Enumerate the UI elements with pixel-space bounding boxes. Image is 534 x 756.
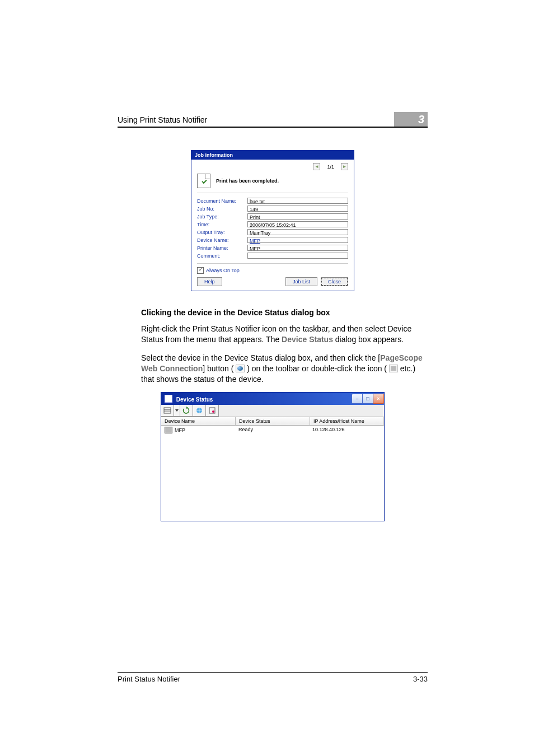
field-job-type: Print [247, 213, 348, 220]
web-connection-icon [236, 365, 245, 372]
label-job-type: Job Type: [197, 214, 247, 220]
toolbar-dropdown-button[interactable] [174, 405, 180, 417]
footer-doc-title: Print Status Notifier [118, 675, 180, 683]
cell-device-status: Ready [235, 426, 309, 435]
toolbar-web-connection-button[interactable] [193, 405, 206, 417]
label-output-tray: Output Tray: [197, 230, 247, 235]
field-time: 2006/07/05 15:02:41 [247, 221, 348, 227]
running-header-title: Using Print Status Notifier [118, 115, 207, 127]
prev-arrow-button[interactable]: ◄ [313, 163, 320, 170]
field-comment [247, 253, 348, 259]
svg-point-7 [212, 410, 214, 413]
field-device-name[interactable]: MFP [247, 237, 348, 243]
always-on-top-checkbox[interactable]: ✓ [197, 267, 204, 274]
app-icon [165, 395, 172, 403]
job-list-button[interactable]: Job List [285, 277, 317, 286]
printer-status-icon [389, 365, 398, 372]
svg-rect-0 [164, 408, 171, 413]
para-2-post1: ] button ( [203, 364, 236, 373]
para-1: Right-click the Print Status Notifier ic… [141, 324, 428, 345]
field-output-tray: MainTray [247, 229, 348, 235]
col-ip-address[interactable]: IP Address/Host Name [310, 417, 384, 425]
para-2: Select the device in the Device Status d… [141, 353, 428, 385]
next-arrow-button[interactable]: ► [341, 163, 348, 170]
label-comment: Comment: [197, 253, 247, 259]
col-device-name[interactable]: Device Name [161, 417, 236, 425]
job-info-titlebar: Job Information [191, 151, 354, 160]
device-status-link-text: Device Status [282, 335, 333, 344]
svg-marker-3 [175, 409, 179, 412]
maximize-button[interactable]: □ [363, 394, 373, 404]
field-job-no: 149 [247, 206, 348, 212]
device-status-titlebar: Device Status – □ × [161, 393, 384, 405]
field-printer-name: MFP [247, 245, 348, 251]
job-information-dialog: Job Information ◄ 1/1 ► Print has been c… [191, 150, 354, 291]
completed-page-icon [197, 174, 210, 188]
device-status-title-text: Device Status [176, 396, 213, 403]
window-close-button[interactable]: × [373, 394, 384, 404]
status-message: Print has been completed. [216, 178, 279, 184]
close-button[interactable]: Close [321, 277, 348, 286]
toolbar-list-button[interactable] [161, 405, 174, 417]
printer-row-icon [165, 427, 172, 433]
device-row[interactable]: MFP Ready 10.128.40.126 [161, 426, 384, 435]
chapter-number: 3 [394, 112, 428, 127]
page-indicator: 1/1 [327, 164, 334, 170]
help-button[interactable]: Help [197, 277, 222, 286]
field-document-name: bue.txt [247, 198, 348, 204]
label-device-name: Device Name: [197, 237, 247, 243]
header-rule [118, 127, 428, 128]
footer-page-number: 3-33 [413, 675, 428, 683]
para-2-pre: Select the device in the Device Status d… [141, 353, 380, 362]
label-printer-name: Printer Name: [197, 245, 247, 251]
col-device-status[interactable]: Device Status [236, 417, 310, 425]
toolbar-settings-button[interactable] [206, 405, 219, 417]
device-status-dialog: Device Status – □ × [161, 392, 385, 521]
label-time: Time: [197, 222, 247, 227]
cell-device-name: MFP [175, 427, 185, 433]
para-2-post2: ) on the toolbar or double-click the ico… [245, 364, 389, 373]
footer-rule [118, 672, 428, 673]
always-on-top-label: Always On Top [206, 268, 240, 273]
para-1-post: dialog box appears. [333, 335, 404, 344]
device-status-toolbar [161, 405, 384, 417]
label-document-name: Document Name: [197, 198, 247, 204]
label-job-no: Job No: [197, 206, 247, 212]
minimize-button[interactable]: – [352, 394, 363, 404]
svg-rect-6 [209, 408, 215, 413]
section-heading: Clicking the device in the Device Status… [141, 308, 428, 317]
cell-ip-address: 10.128.40.126 [309, 426, 384, 435]
toolbar-refresh-button[interactable] [180, 405, 193, 417]
